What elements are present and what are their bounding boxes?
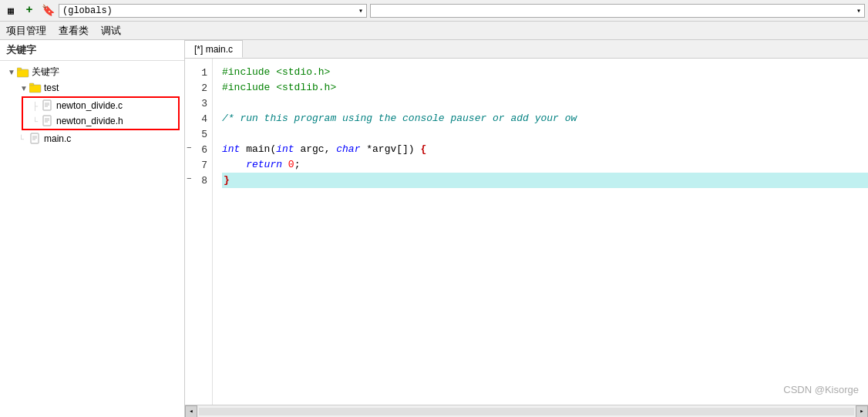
line-num-1: 1 (185, 65, 212, 80)
tree-item-newton-h[interactable]: └ newton_divide.h (23, 113, 178, 129)
code-editor: 1 2 3 4 5 6 − 7 8 − #include <stdio.h> (185, 59, 868, 405)
watermark: CSDN @Kisorge (783, 384, 859, 395)
svg-rect-12 (31, 133, 39, 143)
editor-tabs: [*] main.c (185, 40, 868, 59)
test-label: test (44, 82, 59, 93)
main-c-line: └ (19, 135, 29, 143)
root-label: 关键字 (32, 66, 59, 79)
line-num-5: 5 (185, 126, 212, 142)
line-num-4: 4 (185, 111, 212, 126)
globals-dropdown[interactable]: (globals) ▾ (59, 4, 367, 18)
sidebar-title: 关键字 (0, 40, 184, 61)
line-num-6: 6 − (185, 142, 212, 157)
scroll-right[interactable]: ▸ (856, 405, 868, 418)
menu-item-debug[interactable]: 调试 (95, 22, 127, 39)
tree-item-test[interactable]: ▼ test (0, 80, 184, 96)
main-c-file-icon (29, 133, 42, 145)
line-numbers: 1 2 3 4 5 6 − 7 8 − (185, 59, 213, 405)
code-line-1: #include <stdio.h> (222, 65, 868, 80)
tree-view: ▼ 关键字 ▼ test (0, 61, 184, 417)
svg-rect-2 (29, 85, 41, 92)
test-folder-icon (29, 82, 42, 94)
newton-c-file-icon (42, 99, 54, 112)
editor-scrollbar[interactable]: ◂ ▸ (185, 405, 868, 417)
code-line-7: return 0; (222, 157, 868, 173)
grid-icon[interactable]: ▦ (3, 3, 19, 18)
code-line-4: /* run this program using the console pa… (222, 111, 868, 126)
main-area: 关键字 ▼ 关键字 ▼ (0, 40, 868, 417)
menu-item-view[interactable]: 查看类 (52, 22, 95, 39)
code-line-6: int main(int argc, char *argv[]) { (222, 142, 868, 157)
menubar: 项目管理 查看类 调试 (0, 22, 868, 40)
tree-item-main-c[interactable]: └ main.c (0, 131, 184, 146)
line-num-2: 2 (185, 80, 212, 96)
scroll-left[interactable]: ◂ (185, 405, 197, 418)
newton-c-label: newton_divide.c (56, 100, 123, 111)
scrollbar-track[interactable] (199, 408, 854, 415)
second-dropdown[interactable]: ▾ (370, 4, 865, 18)
tree-item-root[interactable]: ▼ 关键字 (0, 64, 184, 80)
newton-c-line: ├ (32, 102, 42, 110)
bookmark-icon[interactable]: 🔖 (40, 3, 56, 18)
svg-rect-1 (17, 68, 22, 70)
toolbar: ▦ + 🔖 (globals) ▾ ▾ (0, 0, 868, 22)
dropdown2-arrow: ▾ (856, 6, 861, 15)
svg-rect-0 (17, 69, 29, 77)
newton-h-label: newton_divide.h (56, 116, 123, 126)
newton-h-file-icon (42, 115, 54, 127)
root-folder-icon (17, 66, 29, 79)
test-expand-icon: ▼ (19, 82, 29, 93)
line-num-7: 7 (185, 157, 212, 173)
root-expand-icon: ▼ (6, 67, 17, 78)
code-content[interactable]: #include <stdio.h> #include <stdlib.h> /… (213, 59, 868, 405)
editor-tab-main[interactable]: [*] main.c (185, 40, 243, 58)
svg-rect-3 (29, 83, 34, 86)
code-line-2: #include <stdlib.h> (222, 80, 868, 96)
code-line-3 (222, 96, 868, 111)
line-num-3: 3 (185, 96, 212, 111)
newton-h-line: └ (32, 117, 42, 126)
code-line-8: } (222, 173, 868, 188)
menu-item-project[interactable]: 项目管理 (0, 22, 52, 39)
dropdown1-arrow: ▾ (358, 6, 363, 15)
plus-icon[interactable]: + (22, 3, 37, 18)
tree-item-newton-c[interactable]: ├ newton_divide.c (23, 98, 178, 113)
editor-tab-label: [*] main.c (194, 44, 233, 55)
code-line-5 (222, 126, 868, 142)
editor-area: [*] main.c 1 2 3 4 5 6 − 7 8 − (185, 40, 868, 417)
svg-rect-8 (43, 116, 51, 126)
line-num-8: 8 − (185, 173, 212, 188)
main-c-label: main.c (44, 133, 71, 144)
sidebar: 关键字 ▼ 关键字 ▼ (0, 40, 185, 417)
svg-rect-4 (43, 100, 51, 110)
